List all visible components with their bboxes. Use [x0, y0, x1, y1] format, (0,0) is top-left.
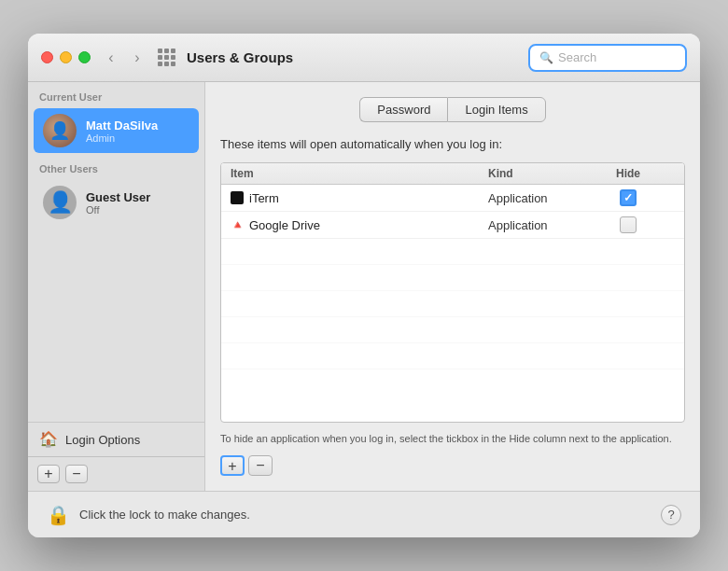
checkbox-unchecked-icon[interactable]	[620, 216, 637, 233]
lock-icon[interactable]: 🔒	[47, 504, 70, 526]
add-user-button[interactable]: +	[37, 465, 60, 483]
main-panel: Password Login Items These items will op…	[205, 82, 700, 491]
col-item-header: Item	[231, 167, 488, 180]
traffic-lights	[41, 51, 91, 63]
hint-text: To hide an application when you log in, …	[220, 432, 685, 446]
item-name-iterm: iTerm	[231, 191, 488, 205]
table-row: iTerm Application	[221, 185, 684, 212]
search-box[interactable]: 🔍	[528, 44, 687, 72]
guest-user-info: Guest User Off	[86, 190, 150, 216]
app-grid-icon[interactable]	[158, 49, 175, 66]
titlebar: ‹ › Users & Groups 🔍	[28, 34, 700, 82]
items-table: Item Kind Hide iTerm Application	[220, 162, 685, 423]
search-icon: 🔍	[539, 51, 553, 64]
window-title: Users & Groups	[187, 49, 528, 65]
item-kind-iterm: Application	[488, 191, 600, 205]
house-icon: 🏠	[39, 430, 58, 449]
lock-text: Click the lock to make changes.	[79, 508, 651, 522]
empty-table-rows	[221, 239, 684, 388]
remove-user-button[interactable]: −	[65, 465, 88, 483]
gdrive-icon: 🔺	[231, 218, 244, 231]
col-kind-header: Kind	[488, 167, 600, 180]
guest-user-role: Off	[86, 204, 150, 216]
guest-user-avatar: 👤	[43, 186, 77, 219]
other-users-label: Other Users	[28, 154, 204, 179]
sidebar: Current User 👤 Matt DaSilva Admin Other …	[28, 82, 205, 491]
current-user-role: Admin	[86, 132, 158, 144]
minimize-button[interactable]	[60, 51, 72, 63]
current-user-name: Matt DaSilva	[86, 118, 158, 132]
login-options-label: Login Options	[65, 433, 140, 447]
iterm-icon	[231, 191, 244, 204]
checkbox-checked-icon[interactable]	[620, 189, 637, 206]
remove-item-button[interactable]: −	[248, 455, 273, 476]
table-body: iTerm Application 🔺 Google Drive	[221, 185, 684, 388]
description-text: These items will open automatically when…	[220, 137, 685, 151]
search-input[interactable]	[558, 50, 676, 64]
current-user-item[interactable]: 👤 Matt DaSilva Admin	[34, 108, 199, 153]
content-area: Current User 👤 Matt DaSilva Admin Other …	[28, 82, 700, 491]
hide-checkbox-iterm[interactable]	[600, 189, 656, 206]
table-header: Item Kind Hide	[221, 163, 684, 185]
tab-bar: Password Login Items	[220, 97, 685, 122]
add-item-button[interactable]: +	[220, 455, 245, 476]
help-button[interactable]: ?	[661, 505, 681, 525]
login-options-button[interactable]: 🏠 Login Options	[28, 422, 204, 456]
maximize-button[interactable]	[78, 51, 91, 63]
forward-button[interactable]: ›	[126, 47, 148, 69]
sidebar-footer: + −	[28, 456, 204, 491]
main-window: ‹ › Users & Groups 🔍 Current User 👤 Matt…	[28, 34, 700, 537]
guest-user-name: Guest User	[86, 190, 150, 204]
guest-user-item[interactable]: 👤 Guest User Off	[34, 180, 199, 225]
nav-buttons: ‹ ›	[100, 47, 148, 69]
current-user-label: Current User	[28, 82, 204, 107]
col-extra-header	[656, 167, 675, 180]
table-row: 🔺 Google Drive Application	[221, 212, 684, 239]
tab-password[interactable]: Password	[359, 97, 447, 122]
current-user-avatar: 👤	[43, 114, 77, 147]
col-hide-header: Hide	[600, 167, 656, 180]
tab-login-items[interactable]: Login Items	[447, 97, 545, 122]
item-kind-gdrive: Application	[488, 218, 600, 232]
back-button[interactable]: ‹	[100, 47, 122, 69]
bottom-bar: 🔒 Click the lock to make changes. ?	[28, 491, 700, 537]
close-button[interactable]	[41, 51, 53, 63]
item-name-gdrive: 🔺 Google Drive	[231, 218, 488, 232]
current-user-info: Matt DaSilva Admin	[86, 118, 158, 144]
action-buttons: + −	[220, 455, 685, 476]
hide-checkbox-gdrive[interactable]	[600, 216, 656, 233]
